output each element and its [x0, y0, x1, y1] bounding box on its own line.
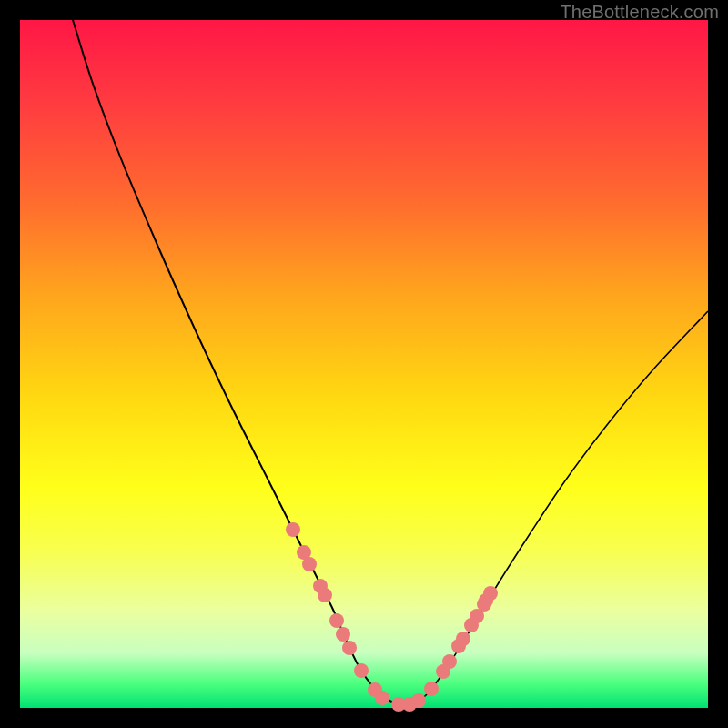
marker-dot	[342, 641, 357, 655]
marker-dot	[456, 632, 470, 646]
marker-dots	[286, 522, 498, 712]
marker-dot	[336, 627, 350, 642]
marker-dot	[411, 693, 426, 708]
marker-dot	[424, 682, 439, 696]
marker-dot	[286, 522, 300, 537]
curve-layer	[20, 20, 708, 708]
marker-dot	[318, 588, 332, 602]
marker-dot	[302, 557, 317, 571]
marker-dot	[329, 613, 344, 628]
marker-dot	[375, 691, 389, 705]
curve-left-branch	[73, 20, 411, 706]
marker-dot	[442, 654, 457, 669]
marker-dot	[477, 597, 491, 612]
marker-dot	[354, 663, 369, 678]
plot-area	[20, 20, 708, 708]
chart-frame: TheBottleneck.com	[0, 0, 728, 728]
